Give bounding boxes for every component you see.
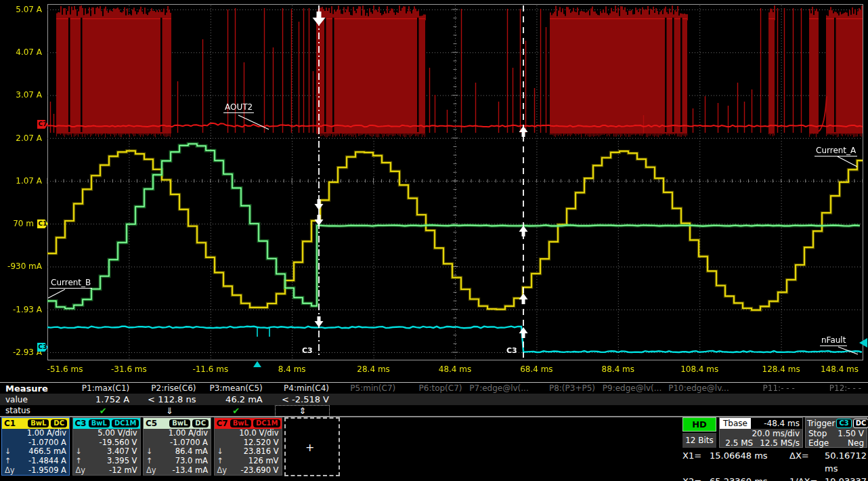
channel-row-value: 73.0 mA [158, 457, 208, 466]
measure-param-header[interactable]: P3:mean(C5) [203, 383, 269, 393]
x-axis-label: 68.4 ms [506, 364, 567, 374]
x-axis-label: 128.4 ms [751, 364, 812, 374]
channel-row-value: -12 mV [88, 466, 137, 476]
measure-param-header[interactable]: P5:min(C7) [336, 383, 402, 393]
y-axis-label: -1.93 A [0, 305, 42, 314]
channel-id: C7 [217, 419, 228, 428]
measure-status-row: status ✔⇓✔⇕ [0, 405, 868, 416]
dx-value: 50.16712 ms [825, 449, 868, 475]
channel-row-value: -1.0700 A [17, 438, 66, 448]
trace-label-aout2[interactable]: AOUT2 [223, 103, 254, 113]
channel-row-value: 466.5 mA [17, 447, 66, 457]
measure-param-header[interactable]: P2:rise(C6) [136, 383, 202, 393]
channel-row-prefix: Δy [5, 466, 17, 476]
hd-mode-badge[interactable]: HD [682, 417, 716, 432]
measure-param-value: 1.752 A [70, 394, 136, 404]
cursor1-source-tag[interactable]: C3 [302, 346, 313, 355]
channel-row-value: 3.407 V [88, 447, 137, 457]
channel-row-prefix: ↑ [5, 457, 17, 466]
sample-count: 2.5 MS [725, 438, 753, 448]
measure-param-header[interactable]: P11:- - - [735, 383, 802, 393]
timebase-delay: -48.4 ms [751, 418, 802, 429]
measure-param-value: < 112.8 ns [136, 394, 202, 404]
channel-row-prefix: ↓ [5, 447, 17, 457]
measure-param-header[interactable]: P12:- - - [802, 383, 868, 393]
invdx-label: 1/ΔX= [789, 475, 825, 481]
channel-row-prefix [217, 429, 230, 438]
timebase-label: Tbase [720, 418, 751, 429]
measure-param-header[interactable]: P4:min(C4) [269, 383, 336, 393]
channel-box-c5[interactable]: C5BwLDC1.00 A/div-1.0700 A↓86.4 mA↑73.0 … [143, 417, 211, 476]
measure-param-status: ✔ [70, 406, 136, 416]
channel-row-prefix: Δy [76, 466, 88, 476]
invdx-value: 19.93337 Hz [825, 475, 868, 481]
value-row-label: value [0, 395, 70, 404]
timebase-box[interactable]: Tbase -48.4 ms 20.0 ms/div 2.5 MS 12.5 M… [719, 417, 803, 448]
sample-rate: 12.5 MS/s [760, 438, 800, 448]
measure-param-header[interactable]: P1:max(C1) [70, 383, 136, 393]
waveform-grid[interactable] [0, 0, 868, 381]
measure-param-header[interactable]: P6:top(C7) [402, 383, 469, 393]
x-axis-label: 48.4 ms [425, 364, 485, 374]
trigger-box[interactable]: Trigger C3 DC Stop 1.50 V Edge Neg [805, 417, 867, 448]
y-axis-label: 70 m [0, 219, 34, 228]
channel-box-c3[interactable]: C3BwLDC1M5.00 V/div-19.560 V↓3.407 V↑3.3… [72, 417, 141, 476]
channel-row-prefix [5, 438, 17, 448]
channel-row-prefix: ↓ [217, 447, 230, 457]
measure-param-header[interactable]: P8:(P3+P5) [536, 383, 602, 393]
x1-label: X1= [682, 449, 710, 475]
channel-row-value: 10.0 V/div [230, 429, 279, 438]
channel-chip-dc: DC [51, 419, 67, 427]
status-row-label: status [0, 406, 70, 415]
channel-id: C3 [75, 419, 87, 428]
channel-row-prefix [76, 438, 88, 448]
x2-label: X2= [682, 475, 710, 481]
channel-row-prefix: ↓ [76, 447, 88, 457]
channel-row-prefix [5, 429, 17, 438]
channel-row-value: 126 mV [230, 457, 279, 466]
x-axis-label: -51.6 ms [35, 364, 95, 374]
channel-row-value: -19.560 V [88, 438, 137, 448]
measure-param-status: ⇓ [136, 406, 202, 416]
crosshair-icon: + [305, 441, 314, 454]
channel-chip-bwl: BwL [89, 419, 110, 427]
channel-box-c1[interactable]: C1BwLDC1.00 A/div-1.0700 A↓466.5 mA↑-1.4… [1, 417, 70, 476]
cursor2-source-tag[interactable]: C3 [506, 346, 517, 355]
channel-row-prefix: ↓ [146, 447, 158, 457]
channel-id: C5 [146, 419, 167, 428]
measure-param-value: < -2.518 V [269, 394, 336, 404]
measure-param-header[interactable]: P7:edge@lv(... [469, 383, 536, 393]
trace-label-nfault[interactable]: nFault [820, 336, 847, 346]
trigger-source-chip: C3 [836, 419, 851, 428]
measure-table: Measure P1:max(C1)P2:rise(C6)P3:mean(C5)… [0, 382, 868, 417]
x-axis-label: 8.4 ms [261, 364, 322, 374]
measure-param-value: 46.2 mA [203, 394, 269, 404]
channel-row-value: 3.395 V [88, 457, 137, 466]
oscilloscope-screen: 5.07 A4.07 A3.07 A2.07 A1.07 A70 m-930 m… [0, 0, 868, 481]
trigger-label: Trigger [807, 419, 835, 428]
status-updown-icon: ⇕ [275, 405, 330, 417]
bottom-panel: C1BwLDC1.00 A/div-1.0700 A↓466.5 mA↑-1.4… [0, 416, 868, 481]
channel-row-value: 86.4 mA [158, 447, 208, 457]
channel-chip-bwl: BwL [230, 419, 251, 427]
status-down-icon: ⇓ [166, 406, 173, 416]
trigger-slope: Neg [848, 438, 864, 448]
timebase-scale: 20.0 ms/div [720, 429, 802, 438]
channel-row-value: 1.00 A/div [17, 429, 66, 438]
channel-row-prefix [76, 429, 88, 438]
trace-label-current-a[interactable]: Current_A [815, 146, 857, 156]
channel-row-value: -23.690 V [230, 466, 279, 476]
measure-param-header[interactable]: P9:edge@lv(... [602, 383, 668, 393]
y-axis-label: -930 mA [0, 262, 42, 271]
channel-row-value: 1.00 A/div [158, 429, 208, 438]
channel-chip-dc1m: DC1M [253, 419, 281, 427]
measure-param-header[interactable]: P10:edge@lv... [668, 383, 735, 393]
zoom-roi-box[interactable]: + [284, 417, 340, 476]
channel-row-prefix [217, 438, 230, 448]
bit-depth-badge[interactable]: 12 Bits [682, 433, 716, 448]
y-axis-label: 5.07 A [0, 5, 42, 14]
channel-box-c7[interactable]: C7BwLDC1M10.0 V/div12.520 V↓23.816 V↑126… [214, 417, 282, 476]
trace-label-current-b[interactable]: Current_B [49, 278, 92, 289]
x2-value: 65.23360 ms [710, 475, 789, 481]
status-check-icon: ✔ [100, 406, 107, 416]
